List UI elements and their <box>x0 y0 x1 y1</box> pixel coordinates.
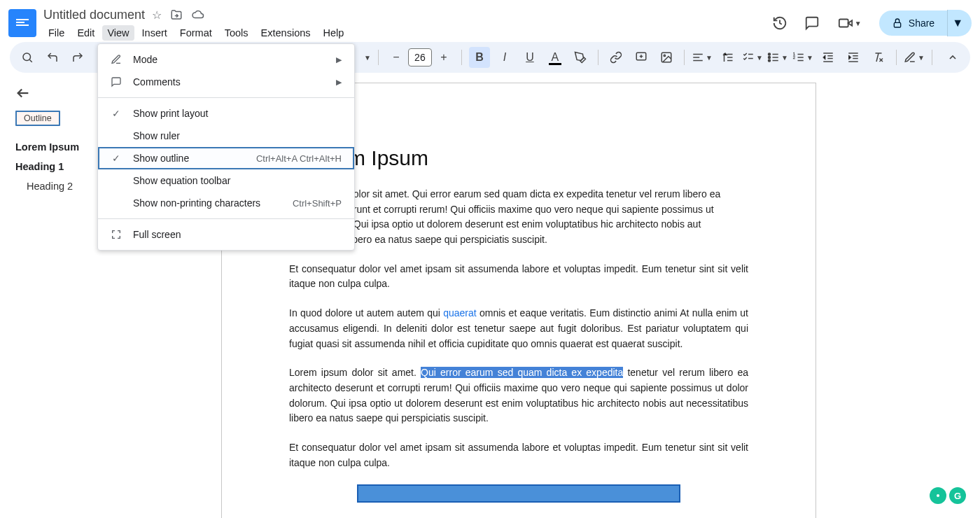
view-fullscreen-item[interactable]: Full screen <box>98 223 354 246</box>
menu-help[interactable]: Help <box>318 25 349 41</box>
share-button[interactable]: Share <box>879 10 947 36</box>
paragraph: Et consequatur dolor vel amet ipsam sit … <box>289 262 748 292</box>
menu-format[interactable]: Format <box>175 25 217 41</box>
numbered-list-button[interactable]: 12▼ <box>792 47 813 68</box>
view-mode-item[interactable]: Mode ▶ <box>98 48 354 71</box>
comments-icon[interactable] <box>804 15 820 31</box>
styles-dropdown[interactable]: ▼ <box>364 54 371 62</box>
grammarly-icon: G <box>949 487 966 504</box>
highlight-button[interactable] <box>570 47 591 68</box>
svg-rect-2 <box>894 22 900 27</box>
svg-point-20 <box>768 57 770 59</box>
view-equation-toolbar-item[interactable]: Show equation toolbar <box>98 169 354 192</box>
menu-insert[interactable]: Insert <box>137 25 172 41</box>
star-icon[interactable]: ☆ <box>152 8 162 22</box>
view-ruler-item[interactable]: Show ruler <box>98 125 354 147</box>
line-spacing-button[interactable] <box>717 47 738 68</box>
share-label: Share <box>909 18 934 29</box>
docs-logo[interactable] <box>8 9 36 37</box>
submenu-arrow-icon: ▶ <box>336 55 342 64</box>
text-selection: Qui error earum sed quam dicta ex expedi… <box>421 367 623 378</box>
svg-text:2: 2 <box>793 55 796 59</box>
document-link[interactable]: quaerat <box>443 307 476 318</box>
menu-view[interactable]: View <box>102 25 134 41</box>
paragraph: dolor sit amet. Qui error earum sed quam… <box>289 187 748 248</box>
indent-decrease-icon[interactable] <box>818 47 839 68</box>
insert-link-icon[interactable] <box>606 47 626 68</box>
cloud-status-icon[interactable] <box>191 8 205 22</box>
comment-icon <box>109 76 123 88</box>
menu-edit[interactable]: Edit <box>72 25 99 41</box>
view-outline-item[interactable]: ✓ Show outline Ctrl+Alt+A Ctrl+Alt+H <box>98 147 354 169</box>
view-nonprinting-item[interactable]: Show non-printing characters Ctrl+Shift+… <box>98 192 354 214</box>
text-color-button[interactable]: A <box>545 47 566 68</box>
menu-extensions[interactable]: Extensions <box>256 25 316 41</box>
menu-tools[interactable]: Tools <box>220 25 253 41</box>
add-comment-icon[interactable] <box>631 47 652 68</box>
doc-heading: m Ipsum <box>348 146 748 170</box>
check-icon: ✓ <box>109 108 123 119</box>
svg-line-4 <box>29 59 31 62</box>
share-caret[interactable]: ▼ <box>947 10 972 36</box>
check-icon: ✓ <box>109 153 123 164</box>
paragraph: In quod dolore ut autem autem qui quaera… <box>289 306 748 351</box>
align-button[interactable]: ▼ <box>692 47 713 68</box>
indent-increase-icon[interactable] <box>843 47 864 68</box>
editing-mode-button[interactable]: ▼ <box>904 47 925 68</box>
font-size-input[interactable] <box>408 48 432 66</box>
pencil-icon <box>109 54 123 65</box>
menu-file[interactable]: File <box>43 25 69 41</box>
redo-icon[interactable] <box>67 47 88 68</box>
doc-title[interactable]: Untitled document <box>43 8 145 22</box>
view-print-layout-item[interactable]: ✓ Show print layout <box>98 102 354 125</box>
font-size-decrease[interactable]: − <box>386 47 407 68</box>
insert-image-icon[interactable] <box>656 47 677 68</box>
bold-button[interactable]: B <box>469 47 490 68</box>
menubar: File Edit View Insert Format Tools Exten… <box>43 25 349 41</box>
checklist-button[interactable]: ▼ <box>742 47 763 68</box>
history-icon[interactable] <box>771 15 788 31</box>
underline-button[interactable]: U <box>519 47 540 68</box>
bulleted-list-button[interactable]: ▼ <box>767 47 788 68</box>
inline-image[interactable] <box>357 484 680 503</box>
italic-button[interactable]: I <box>494 47 515 68</box>
fullscreen-icon <box>109 229 123 240</box>
move-icon[interactable] <box>170 8 183 22</box>
grammarly-widget[interactable]: G <box>930 487 966 504</box>
font-size-increase[interactable]: + <box>433 47 454 68</box>
paragraph: Et consequatur dolor vel amet ipsam sit … <box>289 440 748 470</box>
view-comments-item[interactable]: Comments ▶ <box>98 71 354 93</box>
meet-icon[interactable]: ▼ <box>836 15 864 31</box>
svg-point-3 <box>23 53 31 61</box>
svg-point-21 <box>768 59 770 62</box>
svg-point-41 <box>937 494 939 497</box>
outline-label: Outline <box>15 111 60 126</box>
svg-point-9 <box>664 55 665 56</box>
svg-point-19 <box>768 53 770 55</box>
paragraph: Lorem ipsum dolor sit amet. Qui error ea… <box>289 365 748 426</box>
grammarly-icon <box>930 487 946 504</box>
view-menu-dropdown: Mode ▶ Comments ▶ ✓ Show print layout Sh… <box>97 43 355 251</box>
clear-formatting-icon[interactable] <box>868 47 889 68</box>
svg-rect-0 <box>839 20 848 27</box>
collapse-toolbar-icon[interactable] <box>942 47 963 68</box>
submenu-arrow-icon: ▶ <box>336 78 342 87</box>
search-icon[interactable] <box>17 47 38 68</box>
undo-icon[interactable] <box>42 47 63 68</box>
